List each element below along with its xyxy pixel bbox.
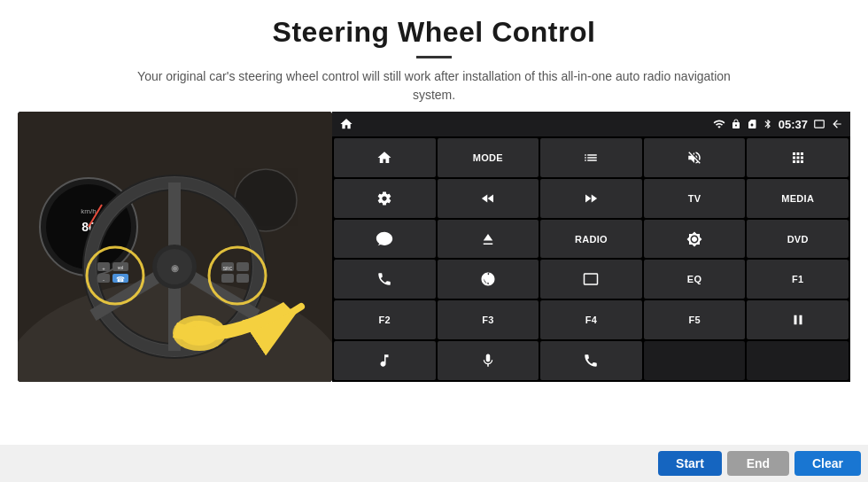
header-section: Steering Wheel Control Your original car…	[0, 0, 868, 112]
btn-empty1	[644, 341, 746, 380]
steering-bg: km/h 80	[18, 112, 332, 382]
btn-radio[interactable]: RADIO	[540, 220, 642, 259]
bottom-bar: Start End Clear	[0, 445, 868, 482]
btn-navigation[interactable]	[438, 260, 539, 299]
svg-rect-30	[221, 274, 234, 283]
lock-icon	[731, 119, 741, 129]
btn-tv[interactable]: TV	[644, 179, 746, 218]
btn-f5[interactable]: F5	[644, 300, 746, 339]
title-divider	[416, 56, 452, 58]
back-icon	[831, 118, 843, 130]
btn-dvd[interactable]: DVD	[747, 220, 849, 259]
btn-brightness[interactable]	[644, 220, 746, 259]
btn-phone[interactable]	[334, 260, 436, 299]
svg-text:km/h: km/h	[81, 207, 96, 215]
page-title: Steering Wheel Control	[18, 16, 850, 49]
btn-mute[interactable]	[644, 138, 746, 177]
svg-text:SRC: SRC	[223, 266, 233, 271]
page-subtitle: Your original car's steering wheel contr…	[124, 67, 744, 105]
wifi-icon	[713, 118, 725, 130]
svg-text:☎: ☎	[116, 276, 125, 284]
clear-button[interactable]: Clear	[794, 451, 861, 476]
android-panel: 05:37 MODE	[332, 112, 850, 382]
bluetooth-icon	[763, 118, 773, 130]
svg-rect-32	[236, 274, 249, 283]
status-bar: 05:37	[332, 112, 850, 136]
btn-eject[interactable]	[438, 220, 539, 259]
end-button[interactable]: End	[727, 451, 789, 476]
btn-empty2	[747, 341, 849, 380]
screen-record-icon	[813, 118, 825, 130]
btn-f4[interactable]: F4	[540, 300, 642, 339]
btn-music[interactable]	[334, 341, 436, 380]
btn-settings[interactable]	[334, 179, 436, 218]
page-wrapper: Steering Wheel Control Your original car…	[0, 0, 868, 482]
home-status-icon	[339, 117, 353, 131]
svg-text:+: +	[102, 266, 105, 271]
btn-screen[interactable]	[540, 260, 642, 299]
btn-mic[interactable]	[438, 341, 539, 380]
status-right: 05:37	[713, 118, 843, 131]
car-image: km/h 80	[18, 112, 332, 382]
svg-text:◉: ◉	[171, 263, 179, 273]
btn-call-end[interactable]	[540, 341, 642, 380]
btn-f3[interactable]: F3	[438, 300, 539, 339]
btn-360[interactable]: 360	[334, 220, 436, 259]
btn-eq[interactable]: EQ	[644, 260, 746, 299]
svg-text:-: -	[103, 277, 105, 283]
svg-text:360: 360	[380, 236, 389, 241]
btn-mode[interactable]: MODE	[438, 138, 539, 177]
btn-home[interactable]	[334, 138, 436, 177]
btn-media[interactable]: MEDIA	[747, 179, 849, 218]
status-left	[339, 117, 353, 131]
button-grid: MODE	[332, 136, 850, 382]
svg-text:vol: vol	[118, 265, 123, 270]
btn-fastforward[interactable]	[540, 179, 642, 218]
btn-play-pause[interactable]	[747, 300, 849, 339]
btn-rewind[interactable]	[438, 179, 539, 218]
btn-apps[interactable]	[747, 138, 849, 177]
start-button[interactable]: Start	[658, 451, 722, 476]
btn-list[interactable]	[540, 138, 642, 177]
status-time: 05:37	[779, 118, 808, 131]
content-section: km/h 80	[0, 112, 868, 445]
btn-f1[interactable]: F1	[747, 260, 849, 299]
sim-icon	[747, 119, 757, 129]
btn-f2[interactable]: F2	[334, 300, 436, 339]
svg-rect-31	[236, 262, 249, 271]
